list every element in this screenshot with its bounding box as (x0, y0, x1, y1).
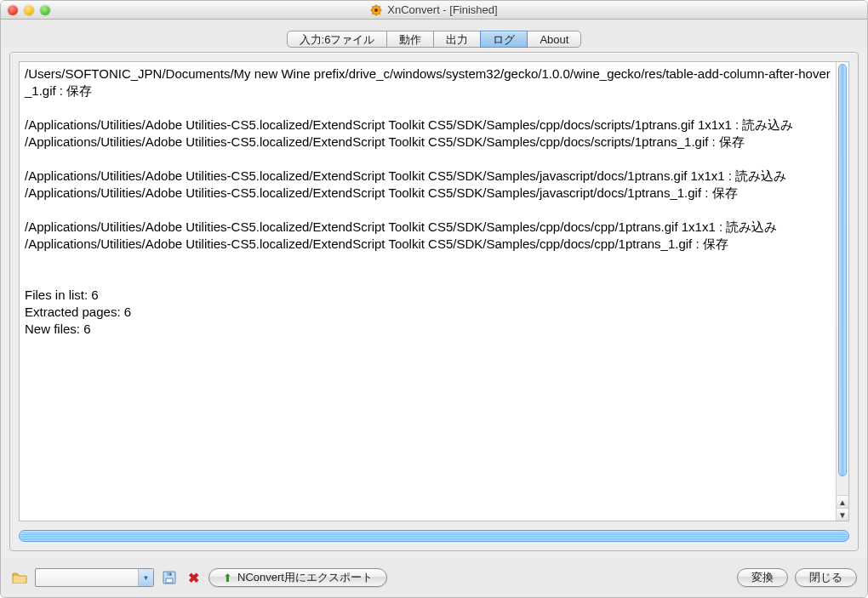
tab-label: 入力:6ファイル (300, 32, 375, 48)
minimize-window-button[interactable] (24, 5, 34, 15)
app-icon (370, 4, 382, 16)
close-label: 閉じる (809, 570, 842, 585)
svg-rect-13 (170, 573, 172, 576)
export-icon: ⬆ (223, 572, 232, 584)
folder-icon (12, 572, 27, 584)
svg-line-8 (380, 6, 381, 8)
titlebar: XnConvert - [Finished] (1, 1, 867, 20)
traffic-lights (1, 5, 50, 15)
svg-line-6 (373, 6, 374, 8)
app-window: XnConvert - [Finished] 入力:6ファイル 動作 出力 ログ… (0, 0, 868, 598)
export-label: NConvert用にエクスポート (237, 570, 373, 585)
scroll-track[interactable] (837, 62, 848, 495)
dropdown-icon[interactable] (138, 569, 153, 586)
svg-point-1 (374, 8, 378, 11)
progress-bar (19, 530, 849, 542)
title-center: XnConvert - [Finished] (1, 3, 867, 16)
svg-line-7 (380, 13, 381, 14)
scroll-down-icon[interactable]: ▼ (837, 508, 848, 521)
close-button[interactable]: 閉じる (795, 568, 857, 587)
tab-log[interactable]: ログ (480, 31, 528, 48)
log-textarea[interactable]: /Users/SOFTONIC_JPN/Documents/My new Win… (20, 62, 836, 521)
svg-point-0 (372, 5, 381, 14)
bottom-toolbar: ✖ ⬆ NConvert用にエクスポート 変換 閉じる (1, 558, 867, 597)
tab-actions[interactable]: 動作 (386, 31, 434, 48)
scroll-thumb[interactable] (838, 64, 847, 476)
close-window-button[interactable] (8, 5, 18, 15)
tab-label: ログ (493, 32, 515, 48)
tab-input[interactable]: 入力:6ファイル (287, 31, 388, 48)
x-icon: ✖ (188, 570, 199, 586)
tab-row: 入力:6ファイル 動作 出力 ログ About (1, 20, 867, 47)
svg-rect-11 (166, 578, 173, 583)
window-title: XnConvert - [Finished] (387, 3, 497, 16)
floppy-icon (163, 571, 176, 584)
svg-line-9 (373, 13, 374, 14)
zoom-window-button[interactable] (40, 5, 50, 15)
convert-button[interactable]: 変換 (737, 568, 788, 587)
tab-label: 動作 (399, 32, 421, 48)
preset-combo[interactable] (35, 568, 154, 587)
tabs: 入力:6ファイル 動作 出力 ログ About (287, 31, 582, 48)
scroll-arrows: ▲ ▼ (837, 495, 848, 521)
save-preset-button[interactable] (161, 569, 178, 586)
tab-label: About (540, 33, 568, 46)
content-frame: /Users/SOFTONIC_JPN/Documents/My new Win… (9, 52, 859, 551)
tab-output[interactable]: 出力 (433, 31, 481, 48)
export-nconvert-button[interactable]: ⬆ NConvert用にエクスポート (208, 568, 387, 587)
open-folder-button[interactable] (11, 569, 28, 586)
delete-preset-button[interactable]: ✖ (185, 569, 202, 586)
svg-rect-12 (167, 572, 172, 576)
tab-label: 出力 (446, 32, 468, 48)
vertical-scrollbar[interactable]: ▲ ▼ (836, 62, 848, 521)
scroll-up-icon[interactable]: ▲ (837, 495, 848, 508)
log-wrap: /Users/SOFTONIC_JPN/Documents/My new Win… (19, 61, 849, 521)
convert-label: 変換 (751, 570, 774, 585)
tab-about[interactable]: About (527, 31, 581, 48)
